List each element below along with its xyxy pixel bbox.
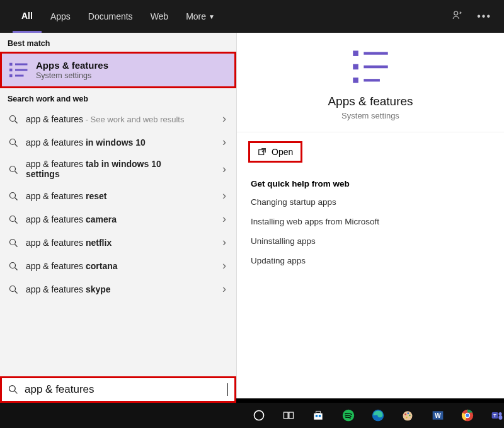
- tab-more-label: More: [186, 11, 206, 21]
- word-icon[interactable]: W: [431, 408, 444, 422]
- svg-rect-24: [353, 64, 358, 70]
- preview-hero: Apps & features System settings: [237, 33, 504, 132]
- apps-features-hero-icon: [350, 48, 391, 86]
- more-options-icon[interactable]: •••: [477, 11, 491, 22]
- suggestion-text: app & features: [26, 191, 86, 201]
- svg-line-18: [15, 245, 18, 247]
- suggestion-bold: reset: [86, 191, 106, 201]
- tab-web[interactable]: Web: [142, 0, 178, 33]
- suggestion-bold: netflix: [86, 238, 112, 248]
- svg-point-45: [409, 415, 411, 417]
- chevron-right-icon: ›: [222, 112, 229, 125]
- quick-help-title: Get quick help from web: [251, 179, 490, 188]
- suggestion-item[interactable]: app & features cortana ›: [0, 254, 236, 277]
- web-suggestions: app & features - See work and web result…: [0, 107, 236, 398]
- suggestion-hint: - See work and web results: [83, 115, 184, 124]
- suggestion-item[interactable]: app & features skype ›: [0, 277, 236, 301]
- svg-rect-37: [316, 411, 321, 413]
- svg-point-31: [9, 386, 16, 392]
- suggestion-text: app & features: [26, 238, 86, 248]
- svg-rect-3: [9, 74, 13, 78]
- search-results-panel: Best match Apps & features System settin…: [0, 33, 504, 398]
- suggestion-item[interactable]: app & features tab in windows 10 setting…: [0, 154, 236, 184]
- search-icon: [9, 285, 18, 294]
- search-input[interactable]: [25, 383, 221, 396]
- svg-point-13: [10, 193, 16, 199]
- help-link[interactable]: Updating apps: [251, 256, 490, 265]
- svg-point-43: [405, 414, 407, 415]
- suggestion-item[interactable]: app & features - See work and web result…: [0, 107, 236, 130]
- suggestion-item[interactable]: app & features reset ›: [0, 184, 236, 207]
- svg-line-20: [15, 268, 18, 270]
- suggestion-bold: skype: [86, 284, 111, 294]
- tab-all[interactable]: All: [13, 0, 42, 33]
- chevron-right-icon: ›: [222, 136, 229, 149]
- suggestion-text: app & features: [26, 284, 86, 294]
- open-button[interactable]: Open: [248, 141, 302, 163]
- svg-line-8: [15, 121, 18, 124]
- open-label: Open: [272, 147, 293, 157]
- spotify-icon[interactable]: [341, 408, 355, 422]
- svg-line-12: [15, 171, 18, 173]
- svg-point-7: [10, 116, 16, 122]
- apps-features-icon: [9, 62, 28, 78]
- svg-point-0: [454, 11, 458, 15]
- svg-point-46: [406, 417, 408, 419]
- results-left-pane: Best match Apps & features System settin…: [0, 33, 236, 398]
- chevron-right-icon: ›: [222, 163, 229, 176]
- svg-point-19: [10, 263, 16, 269]
- svg-rect-36: [314, 414, 323, 420]
- chrome-icon[interactable]: [461, 408, 474, 422]
- svg-line-10: [15, 144, 18, 147]
- suggestion-item[interactable]: app & features netflix ›: [0, 231, 236, 254]
- suggestion-text: app & features: [26, 261, 86, 271]
- suggestion-text: app & features: [26, 137, 86, 147]
- tab-documents[interactable]: Documents: [79, 0, 142, 33]
- preview-pane: Apps & features System settings Open Get…: [236, 33, 504, 398]
- svg-point-42: [403, 411, 413, 420]
- svg-rect-34: [284, 412, 288, 419]
- svg-rect-23: [353, 50, 358, 56]
- best-match-title: Apps & features: [36, 60, 108, 71]
- search-box[interactable]: [0, 376, 236, 403]
- svg-rect-1: [9, 63, 13, 66]
- suggestion-bold: cortana: [86, 261, 118, 271]
- store-icon[interactable]: [312, 408, 325, 422]
- chevron-right-icon: ›: [222, 282, 229, 296]
- svg-point-17: [10, 240, 16, 245]
- svg-point-54: [499, 412, 502, 415]
- suggestion-text: app & features: [26, 114, 83, 124]
- svg-point-44: [408, 412, 410, 414]
- edge-icon[interactable]: [371, 408, 384, 422]
- taskview-icon[interactable]: [282, 408, 295, 422]
- help-link[interactable]: Installing web apps from Microsoft: [251, 217, 490, 226]
- tab-apps[interactable]: Apps: [42, 0, 79, 33]
- svg-point-21: [10, 286, 16, 292]
- help-link[interactable]: Changing startup apps: [251, 197, 490, 207]
- svg-rect-55: [499, 415, 503, 420]
- search-icon: [9, 115, 18, 124]
- best-match-item[interactable]: Apps & features System settings: [0, 52, 236, 88]
- suggestion-item[interactable]: app & features in windows 10 ›: [0, 130, 236, 154]
- svg-rect-39: [319, 415, 321, 417]
- teams-icon[interactable]: T: [491, 408, 504, 422]
- svg-rect-25: [353, 78, 358, 83]
- svg-rect-38: [316, 415, 318, 417]
- chevron-right-icon: ›: [222, 189, 229, 202]
- feedback-icon[interactable]: [452, 9, 463, 23]
- svg-line-32: [14, 391, 17, 393]
- search-icon: [9, 165, 18, 175]
- search-icon: [9, 215, 18, 224]
- svg-rect-2: [9, 69, 13, 72]
- search-icon: [9, 262, 18, 271]
- cortana-icon[interactable]: [252, 408, 265, 422]
- search-web-label: Search work and web: [0, 88, 236, 107]
- search-icon: [9, 192, 18, 201]
- help-link[interactable]: Uninstalling apps: [251, 236, 490, 246]
- suggestion-item[interactable]: app & features camera ›: [0, 207, 236, 231]
- paint-icon[interactable]: [401, 408, 415, 422]
- svg-rect-35: [289, 412, 294, 419]
- chevron-right-icon: ›: [222, 236, 229, 249]
- text-cursor: [227, 383, 228, 396]
- tab-more[interactable]: More ▼: [177, 0, 224, 33]
